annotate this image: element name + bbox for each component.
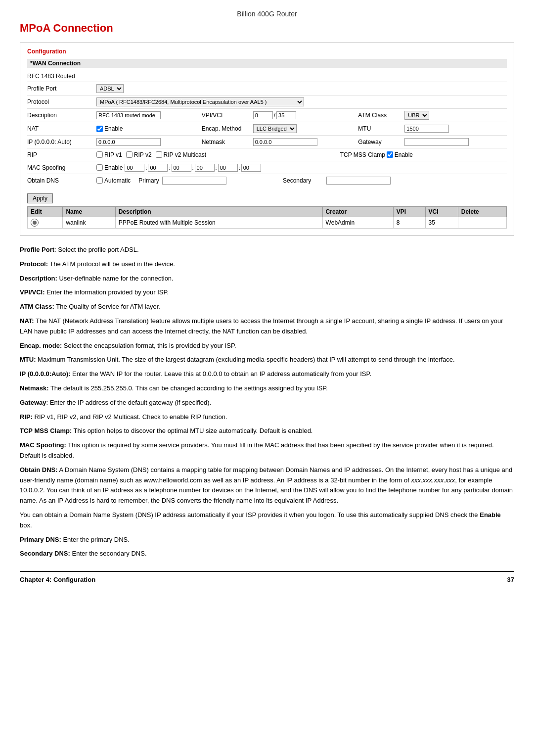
term-nat: NAT:	[20, 317, 34, 325]
obtain-dns-row: Obtain DNS Automatic Primary Secondary	[27, 174, 507, 187]
enable-bold: Enable	[480, 511, 501, 519]
desc-atm-class: ATM Class: The Quality of Service for AT…	[20, 302, 514, 312]
mtu-input[interactable]	[404, 125, 449, 133]
mac-inputs: : : : : :	[125, 164, 261, 172]
nat-row: NAT Enable Encap. Method LLC Bridged MTU	[27, 122, 507, 135]
term-primary-dns: Primary DNS:	[20, 536, 61, 543]
term-tcp-mss: TCP MSS Clamp:	[20, 427, 72, 434]
desc-auto-dns: You can obtain a Domain Name System (DNS…	[20, 510, 514, 531]
desc-description: Description: User-definable name for the…	[20, 274, 514, 284]
mac-spoofing-checkbox[interactable]	[96, 164, 103, 171]
term-vpi-vci: VPI/VCI:	[20, 288, 45, 296]
desc-vpi-vci: VPI/VCI: Enter the information provided …	[20, 287, 514, 298]
table-cell-vpi: 8	[393, 217, 425, 229]
profile-port-row: Profile Port ADSL	[27, 82, 507, 95]
protocol-select[interactable]: MPoA ( RFC1483/RFC2684, Multiprotocol En…	[96, 97, 304, 106]
term-protocol: Protocol:	[20, 260, 48, 268]
description-row: Description VPI/VCI / ATM Class UBR	[27, 108, 507, 122]
tcp-mss-checkbox[interactable]	[387, 151, 393, 158]
page-number: 37	[507, 576, 514, 583]
desc-primary-dns: Primary DNS: Enter the primary DNS.	[20, 535, 514, 545]
term-rip: RIP:	[20, 413, 33, 421]
mac-spoofing-enable-label: Enable	[104, 164, 123, 171]
primary-dns-input[interactable]	[162, 177, 226, 185]
mac-spoofing-row: MAC Spoofing Enable : : : : :	[27, 161, 507, 174]
term-obtain-dns: Obtain DNS:	[20, 466, 58, 473]
rip-v1-checkbox[interactable]	[96, 151, 103, 158]
description-label: Description	[27, 112, 96, 119]
edit-radio[interactable]	[31, 219, 39, 227]
table-header-row: Edit Name Description Creator VPI VCI De…	[28, 207, 507, 217]
configuration-box: Configuration *WAN Connection RFC 1483 R…	[20, 43, 514, 236]
mac-field-2[interactable]	[148, 164, 168, 172]
desc-ip: IP (0.0.0.0:Auto): Enter the WAN IP for …	[20, 369, 514, 379]
rip-v2-multicast-checkbox[interactable]	[156, 151, 162, 158]
term-encap-mode: Encap. mode:	[20, 342, 62, 349]
mac-field-1[interactable]	[125, 164, 144, 172]
vpi-vci-label: VPI/VCI	[199, 112, 253, 119]
gateway-input[interactable]	[404, 138, 469, 146]
profile-port-label: Profile Port	[27, 85, 96, 92]
term-secondary-dns: Secondary DNS:	[20, 550, 70, 557]
table-cell-creator: WebAdmin	[322, 217, 393, 229]
primary-dns-label: Primary	[138, 177, 159, 184]
desc-mac-spoofing: MAC Spoofing: This option is required by…	[20, 440, 514, 461]
rip-v2-label: RIP v2	[134, 151, 152, 158]
term-gateway: Gateway	[20, 399, 46, 406]
desc-netmask: Netmask: The default is 255.255.255.0. T…	[20, 383, 514, 394]
rip-v1-label: RIP v1	[104, 151, 122, 158]
page-header: Billion 400G Router	[20, 10, 514, 18]
obtain-dns-italic: xxx.xxx.xxx.xxx	[411, 476, 455, 484]
mac-spoofing-label: MAC Spoofing	[27, 164, 96, 171]
chapter-label: Chapter 4: Configuration	[20, 576, 95, 583]
mac-field-5[interactable]	[218, 164, 238, 172]
tcp-mss-label: TCP MSS Clamp	[337, 151, 387, 158]
rfc-label: RFC 1483 Routed	[27, 71, 507, 82]
atm-class-select[interactable]: UBR	[404, 111, 429, 120]
mtu-label: MTU	[355, 125, 404, 132]
vpi-vci-value: /	[253, 111, 356, 119]
obtain-dns-auto-label: Automatic	[104, 177, 131, 184]
rip-v2-checkbox[interactable]	[126, 151, 133, 158]
profile-port-select[interactable]: ADSL	[96, 84, 124, 93]
col-vpi: VPI	[393, 207, 425, 217]
desc-nat: NAT: The NAT (Network Address Translatio…	[20, 316, 514, 337]
ip-row: IP (0.0.0.0: Auto) Netmask Gateway	[27, 135, 507, 148]
nat-label: NAT	[27, 125, 96, 132]
secondary-dns-input[interactable]	[326, 177, 391, 185]
obtain-dns-auto-checkbox[interactable]	[96, 177, 103, 184]
table-cell-name: wanlink	[63, 217, 115, 229]
term-netmask: Netmask:	[20, 384, 49, 392]
apply-row: Apply	[27, 190, 507, 203]
term-mac-spoofing: MAC Spoofing:	[20, 441, 66, 449]
tcp-mss-value: Enable	[387, 151, 507, 158]
encap-method-select[interactable]: LLC Bridged	[253, 124, 297, 133]
ip-input[interactable]	[96, 138, 161, 146]
description-section: Profile Port: Select the profile port AD…	[20, 245, 514, 559]
ip-value	[96, 138, 199, 146]
nat-enable-checkbox[interactable]	[96, 126, 103, 132]
mac-field-6[interactable]	[241, 164, 261, 172]
term-mtu: MTU:	[20, 356, 36, 363]
col-creator: Creator	[322, 207, 393, 217]
secondary-dns-label: Secondary	[277, 177, 326, 184]
apply-button[interactable]: Apply	[27, 193, 53, 203]
desc-profile-port: Profile Port: Select the profile port AD…	[20, 245, 514, 255]
desc-obtain-dns: Obtain DNS: A Domain Name System (DNS) c…	[20, 465, 514, 506]
description-input[interactable]	[96, 111, 161, 119]
wan-section-title: *WAN Connection	[27, 59, 507, 68]
netmask-input[interactable]	[253, 138, 317, 146]
vpi-input[interactable]	[253, 111, 273, 119]
table-cell-delete	[458, 217, 506, 229]
mac-field-4[interactable]	[195, 164, 215, 172]
table-cell-edit	[28, 217, 63, 229]
vci-input[interactable]	[276, 111, 296, 119]
protocol-value: MPoA ( RFC1483/RFC2684, Multiprotocol En…	[96, 97, 507, 106]
table-row: wanlink PPPoE Routed with Multiple Sessi…	[28, 217, 507, 229]
desc-gateway: Gateway: Enter the IP address of the def…	[20, 398, 514, 408]
desc-tcp-mss: TCP MSS Clamp: This option helps to disc…	[20, 426, 514, 436]
desc-encap-mode: Encap. mode: Select the encapsulation fo…	[20, 341, 514, 351]
col-delete: Delete	[458, 207, 506, 217]
mac-field-3[interactable]	[172, 164, 191, 172]
table-cell-description: PPPoE Routed with Multiple Session	[115, 217, 322, 229]
